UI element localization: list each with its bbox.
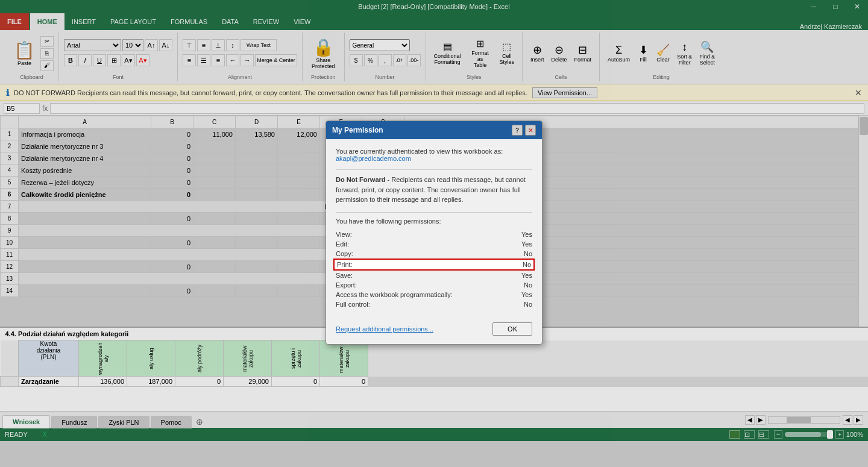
dialog-perm-print: Print: No bbox=[333, 259, 535, 271]
my-permission-dialog: My Permission ? ✕ You are currently auth… bbox=[326, 121, 542, 345]
perm-copy-label: Copy: bbox=[336, 250, 353, 257]
dialog-perm-save: Save: Yes bbox=[336, 271, 532, 280]
perm-copy-value: No bbox=[524, 250, 532, 257]
dialog-perm-view: View: Yes bbox=[336, 230, 532, 239]
dialog-title-bar: My Permission ? ✕ bbox=[326, 121, 542, 139]
dialog-help-button[interactable]: ? bbox=[512, 125, 523, 136]
perm-access-label: Access the workbook programmatically: bbox=[336, 291, 453, 298]
dialog-perm-full: Full control: No bbox=[336, 299, 532, 309]
dialog-email-link[interactable]: akapl@predicademo.com bbox=[336, 155, 411, 162]
dialog-divider2 bbox=[336, 212, 532, 213]
dialog-auth-text: You are currently authenticated to view … bbox=[336, 148, 532, 155]
perm-export-label: Export: bbox=[336, 281, 357, 289]
dialog-title: My Permission bbox=[332, 126, 383, 134]
dialog-perm-export: Export: No bbox=[336, 280, 532, 290]
dialog-divider1 bbox=[336, 169, 532, 170]
dialog-body: You are currently authenticated to view … bbox=[326, 139, 542, 318]
perm-full-value: No bbox=[524, 301, 532, 308]
request-permissions-link[interactable]: Request additional permissions... bbox=[336, 325, 433, 333]
perm-view-value: Yes bbox=[521, 231, 532, 238]
dialog-policy-title: Do Not Forward bbox=[336, 176, 386, 183]
perm-save-value: Yes bbox=[521, 272, 532, 279]
perm-full-label: Full control: bbox=[336, 301, 370, 308]
perm-access-value: Yes bbox=[521, 291, 532, 298]
perm-export-value: No bbox=[524, 281, 532, 289]
dialog-auth-email: akapl@predicademo.com bbox=[336, 155, 532, 162]
perm-view-label: View: bbox=[336, 231, 352, 238]
dialog-perm-access: Access the workbook programmatically: Ye… bbox=[336, 290, 532, 299]
dialog-overlay: My Permission ? ✕ You are currently auth… bbox=[0, 0, 868, 467]
dialog-footer: Request additional permissions... OK bbox=[326, 318, 542, 344]
perm-save-label: Save: bbox=[336, 272, 353, 279]
perm-print-value: No bbox=[523, 261, 531, 268]
perm-print-label: Print: bbox=[337, 261, 353, 268]
dialog-ok-button[interactable]: OK bbox=[492, 322, 532, 336]
dialog-perm-edit: Edit: Yes bbox=[336, 239, 532, 249]
perm-edit-label: Edit: bbox=[336, 240, 349, 248]
perm-edit-value: Yes bbox=[521, 240, 532, 248]
dialog-perms-title: You have the following permissions: bbox=[336, 218, 532, 225]
dialog-title-controls: ? ✕ bbox=[512, 125, 536, 136]
dialog-close-button[interactable]: ✕ bbox=[525, 125, 536, 136]
dialog-policy-text: Do Not Forward - Recipients can read thi… bbox=[336, 175, 532, 205]
dialog-auth-section: You are currently authenticated to view … bbox=[336, 148, 532, 162]
dialog-perm-copy: Copy: No bbox=[336, 249, 532, 259]
